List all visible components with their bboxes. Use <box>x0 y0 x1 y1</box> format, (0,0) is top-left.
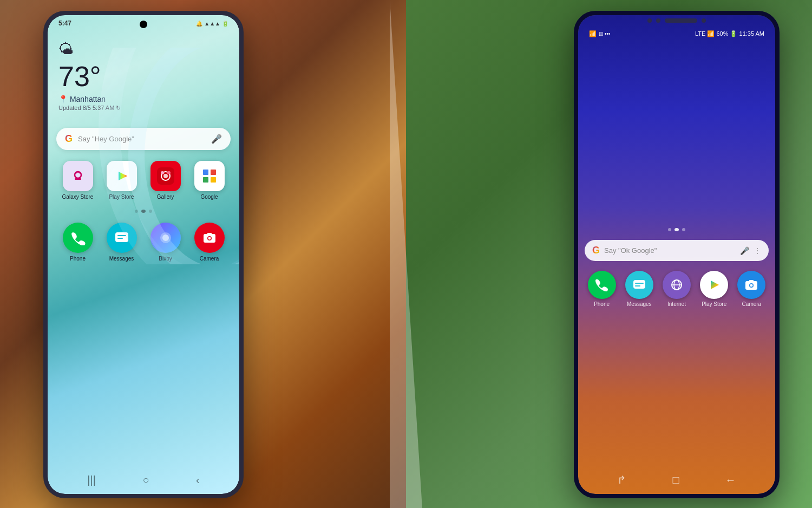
app-play-store[interactable]: Play Store <box>102 161 141 200</box>
nav-home-icon[interactable]: ○ <box>142 474 149 486</box>
camera-dot-2 <box>656 18 660 23</box>
dock-playstore-right[interactable]: Play Store <box>697 271 731 307</box>
phone-body-right: 📶 ⊞ ••• LTE 📶 60% 🔋 11:35 AM G Say "Ok G… <box>574 11 780 498</box>
camera-icon-right <box>737 271 765 299</box>
app-gallery[interactable]: Gallery <box>146 161 185 200</box>
svg-rect-4 <box>75 178 81 180</box>
dock-phone-right[interactable]: Phone <box>585 271 619 307</box>
internet-icon-right <box>663 271 691 299</box>
playstore-icon-right <box>700 271 728 299</box>
app-galaxy-store[interactable]: Galaxy Store <box>58 161 97 200</box>
status-time-left: 5:47 <box>58 19 71 27</box>
weather-location: 📍 Manhattan <box>58 95 228 103</box>
camera-sensor <box>665 18 697 23</box>
svg-point-11 <box>161 171 164 174</box>
phone-body-left: 5:47 🔔 ▲▲▲ 🔋 🌤 73° 📍 Manhattan Updated 8… <box>43 11 244 498</box>
status-right-side: LTE 📶 60% 🔋 11:35 AM <box>695 30 764 37</box>
dock-messages-right[interactable]: Messages <box>622 271 656 307</box>
weather-widget: 🌤 73° 📍 Manhattan Updated 8/5 5:37 AM ↻ <box>48 29 239 117</box>
phone-icon <box>63 223 93 253</box>
dock-camera[interactable]: Camera <box>190 223 228 262</box>
app-google[interactable]: Google <box>190 161 228 200</box>
weather-icon: 🌤 <box>58 40 228 58</box>
messages-icon-right <box>625 271 653 299</box>
nav-home-icon-right[interactable]: □ <box>672 474 679 486</box>
playstore-label-right: Play Store <box>702 301 726 307</box>
google-icon <box>194 161 225 191</box>
screen-left: 5:47 🔔 ▲▲▲ 🔋 🌤 73° 📍 Manhattan Updated 8… <box>48 15 239 494</box>
dot-right-2-active <box>675 228 679 231</box>
dot-right-1 <box>668 228 671 231</box>
dot-1 <box>135 210 138 213</box>
search-placeholder-right: Say "Ok Google" <box>604 246 736 255</box>
galaxy-store-icon <box>63 161 93 191</box>
dock-phone[interactable]: Phone <box>58 223 97 262</box>
phone-left: 5:47 🔔 ▲▲▲ 🔋 🌤 73° 📍 Manhattan Updated 8… <box>43 11 244 498</box>
camera-dot-3 <box>702 18 706 23</box>
diagonal-divider <box>390 0 422 508</box>
svg-rect-19 <box>117 238 123 239</box>
page-indicator-left <box>48 210 239 213</box>
google-logo-left: G <box>65 133 73 145</box>
nav-bar-left: ||| ○ ‹ <box>48 468 239 494</box>
search-placeholder-left: Say "Hey Google" <box>78 135 206 143</box>
extra-icons-right: ⊞ ••• <box>599 31 610 37</box>
svg-rect-15 <box>203 177 208 183</box>
camera-icon-dock <box>194 223 225 253</box>
nav-back-icon[interactable]: ‹ <box>196 474 200 486</box>
mic-icon-right[interactable]: 🎤 <box>740 246 749 255</box>
nav-recent-icon-right[interactable]: ↱ <box>617 473 626 486</box>
gallery-label: Gallery <box>157 194 174 200</box>
dock-camera-right[interactable]: Camera <box>735 271 769 307</box>
weather-updated: Updated 8/5 5:37 AM ↻ <box>58 105 228 112</box>
dock-internet-right[interactable]: Internet <box>659 271 693 307</box>
front-camera-left <box>140 21 147 28</box>
menu-icon-right[interactable]: ⋮ <box>754 246 761 255</box>
phone-icon-right <box>588 271 616 299</box>
svg-point-24 <box>208 237 211 240</box>
dot-right-3 <box>682 228 685 231</box>
messages-label-right: Messages <box>627 301 652 307</box>
battery-icon: 🔋 <box>222 21 228 27</box>
play-store-label-left: Play Store <box>109 194 134 200</box>
google-label: Google <box>200 194 218 200</box>
dock-bixby-label: Bixby <box>159 256 172 262</box>
app-dock-right: Phone Messages <box>578 266 775 311</box>
phone-right: 📶 ⊞ ••• LTE 📶 60% 🔋 11:35 AM G Say "Ok G… <box>574 11 780 498</box>
svg-rect-26 <box>633 280 645 289</box>
svg-rect-25 <box>207 233 212 235</box>
camera-dot-1 <box>647 18 652 23</box>
svg-rect-13 <box>203 170 208 175</box>
svg-rect-28 <box>635 285 640 286</box>
svg-rect-27 <box>635 283 644 284</box>
nav-back-icon-right[interactable]: ← <box>725 474 736 486</box>
camera-bar-right <box>578 15 775 26</box>
svg-point-9 <box>163 174 168 178</box>
dock-messages[interactable]: Messages <box>102 223 141 262</box>
nav-recent-icon[interactable]: ||| <box>87 474 96 486</box>
internet-label-right: Internet <box>667 301 686 307</box>
svg-point-35 <box>750 284 753 287</box>
gallery-icon <box>150 161 181 191</box>
google-search-bar-left[interactable]: G Say "Hey Google" 🎤 <box>56 128 231 150</box>
bixby-icon <box>150 223 181 253</box>
dot-3 <box>149 210 152 213</box>
messages-icon <box>107 223 137 253</box>
dock-phone-label: Phone <box>70 256 86 262</box>
dock-bixby[interactable]: Bixby <box>146 223 185 262</box>
svg-rect-17 <box>115 232 128 242</box>
status-icons-left: 🔔 ▲▲▲ 🔋 <box>196 21 228 27</box>
svg-rect-2 <box>69 167 87 185</box>
svg-rect-14 <box>211 170 216 175</box>
svg-rect-18 <box>117 235 126 236</box>
play-store-icon <box>107 161 137 191</box>
weather-temperature: 73° <box>58 60 228 93</box>
google-search-bar-right[interactable]: G Say "Ok Google" 🎤 ⋮ <box>585 240 769 261</box>
svg-point-10 <box>167 171 171 174</box>
wifi-icon-right: 📶 <box>589 30 597 37</box>
signal-icon: ▲▲▲ <box>204 21 220 27</box>
wallpaper-gradient-area <box>578 40 775 224</box>
dock-camera-label: Camera <box>200 256 219 262</box>
status-bar-right: 📶 ⊞ ••• LTE 📶 60% 🔋 11:35 AM <box>578 26 775 40</box>
mic-icon-left[interactable]: 🎤 <box>211 134 222 144</box>
